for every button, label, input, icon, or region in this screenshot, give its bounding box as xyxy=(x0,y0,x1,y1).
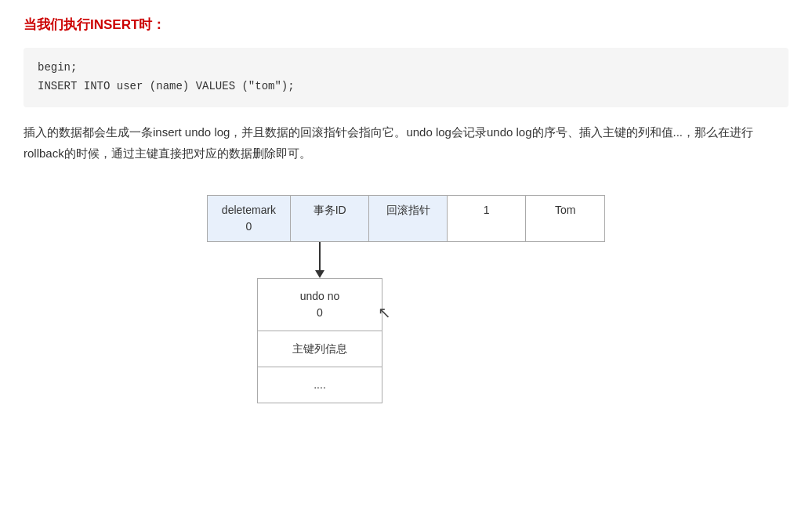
description-text: 插入的数据都会生成一条insert undo log，并且数据的回滚指针会指向它… xyxy=(24,121,788,164)
code-line-2: INSERT INTO user (name) VALUES ("tom"); xyxy=(38,78,774,96)
diagram-area: deletemark0 事务ID 回滚指针 1 Tom undo no0 ↖ 主… xyxy=(24,195,788,403)
code-line-1: begin; xyxy=(38,59,774,78)
undo-log-box: undo no0 ↖ 主键列信息 .... xyxy=(257,278,382,403)
cursor-icon: ↖ xyxy=(378,301,391,324)
arrow-down xyxy=(315,242,324,278)
arrow-head xyxy=(315,270,324,278)
cell-pk: 1 xyxy=(448,196,526,241)
page-title: 当我们执行INSERT时： xyxy=(24,16,788,34)
code-block: begin; INSERT INTO user (name) VALUES ("… xyxy=(24,48,788,107)
undo-cell-pk-info: 主键列信息 xyxy=(258,331,382,367)
record-table: deletemark0 事务ID 回滚指针 1 Tom xyxy=(207,195,605,242)
undo-cell-no: undo no0 ↖ xyxy=(258,279,382,331)
arrow-line xyxy=(319,242,321,270)
cell-name: Tom xyxy=(526,196,604,241)
cell-deletemark: deletemark0 xyxy=(208,196,291,241)
cell-rollback-ptr: 回滚指针 xyxy=(369,196,448,241)
undo-cell-ellipsis: .... xyxy=(258,367,382,403)
cell-transaction-id: 事务ID xyxy=(291,196,369,241)
